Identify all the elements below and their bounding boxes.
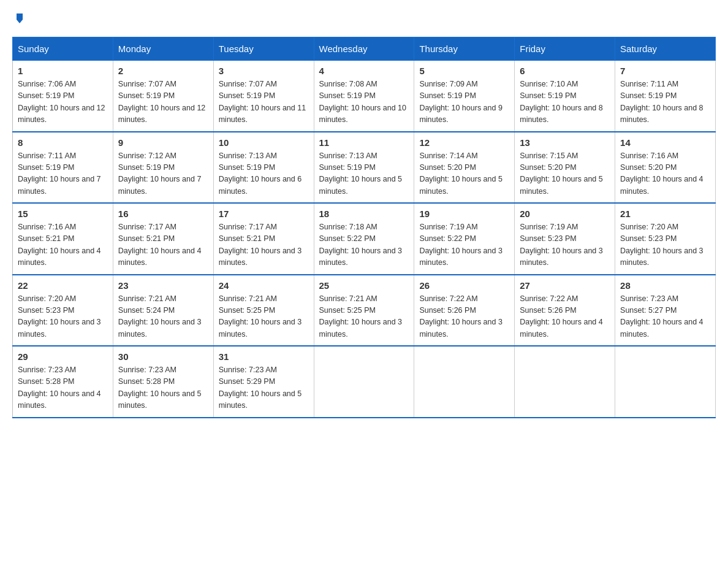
svg-marker-0 bbox=[17, 13, 23, 23]
day-info: Sunrise: 7:23 AMSunset: 5:28 PMDaylight:… bbox=[18, 366, 101, 410]
calendar-cell: 2 Sunrise: 7:07 AMSunset: 5:19 PMDayligh… bbox=[113, 61, 213, 132]
calendar-cell: 28 Sunrise: 7:23 AMSunset: 5:27 PMDaylig… bbox=[615, 275, 716, 347]
day-of-week-header: Sunday bbox=[13, 37, 113, 61]
day-info: Sunrise: 7:13 AMSunset: 5:19 PMDaylight:… bbox=[319, 151, 403, 196]
calendar-cell: 25 Sunrise: 7:21 AMSunset: 5:25 PMDaylig… bbox=[314, 275, 414, 347]
day-number: 17 bbox=[219, 209, 309, 219]
calendar-cell: 7 Sunrise: 7:11 AMSunset: 5:19 PMDayligh… bbox=[615, 61, 716, 132]
calendar-cell: 13 Sunrise: 7:15 AMSunset: 5:20 PMDaylig… bbox=[515, 132, 615, 204]
day-number: 4 bbox=[319, 66, 409, 76]
day-info: Sunrise: 7:20 AMSunset: 5:23 PMDaylight:… bbox=[620, 223, 703, 267]
calendar-cell bbox=[615, 346, 716, 418]
day-info: Sunrise: 7:10 AMSunset: 5:19 PMDaylight:… bbox=[520, 80, 603, 124]
calendar-cell: 4 Sunrise: 7:08 AMSunset: 5:19 PMDayligh… bbox=[314, 61, 414, 132]
day-number: 25 bbox=[319, 280, 409, 291]
day-info: Sunrise: 7:07 AMSunset: 5:19 PMDaylight:… bbox=[219, 80, 306, 124]
day-info: Sunrise: 7:17 AMSunset: 5:21 PMDaylight:… bbox=[118, 223, 202, 267]
day-number: 12 bbox=[419, 137, 509, 148]
day-number: 15 bbox=[18, 209, 108, 219]
logo bbox=[12, 12, 26, 27]
calendar-week-row: 29 Sunrise: 7:23 AMSunset: 5:28 PMDaylig… bbox=[13, 346, 716, 418]
day-of-week-header: Thursday bbox=[414, 37, 515, 61]
day-info: Sunrise: 7:19 AMSunset: 5:22 PMDaylight:… bbox=[419, 223, 502, 267]
day-number: 27 bbox=[520, 280, 610, 291]
day-info: Sunrise: 7:23 AMSunset: 5:29 PMDaylight:… bbox=[219, 366, 302, 410]
day-number: 23 bbox=[118, 280, 208, 291]
day-info: Sunrise: 7:21 AMSunset: 5:25 PMDaylight:… bbox=[319, 294, 403, 339]
day-number: 10 bbox=[219, 137, 309, 148]
calendar-cell: 29 Sunrise: 7:23 AMSunset: 5:28 PMDaylig… bbox=[13, 346, 113, 418]
calendar-cell: 16 Sunrise: 7:17 AMSunset: 5:21 PMDaylig… bbox=[113, 203, 213, 275]
calendar-week-row: 1 Sunrise: 7:06 AMSunset: 5:19 PMDayligh… bbox=[13, 61, 716, 132]
day-info: Sunrise: 7:20 AMSunset: 5:23 PMDaylight:… bbox=[18, 294, 101, 339]
day-info: Sunrise: 7:09 AMSunset: 5:19 PMDaylight:… bbox=[419, 80, 502, 124]
calendar-cell: 11 Sunrise: 7:13 AMSunset: 5:19 PMDaylig… bbox=[314, 132, 414, 204]
calendar-header-row: SundayMondayTuesdayWednesdayThursdayFrid… bbox=[13, 37, 716, 61]
day-of-week-header: Tuesday bbox=[213, 37, 314, 61]
calendar-table: SundayMondayTuesdayWednesdayThursdayFrid… bbox=[12, 37, 716, 418]
calendar-cell: 23 Sunrise: 7:21 AMSunset: 5:24 PMDaylig… bbox=[113, 275, 213, 347]
day-number: 16 bbox=[118, 209, 208, 219]
day-info: Sunrise: 7:22 AMSunset: 5:26 PMDaylight:… bbox=[419, 294, 502, 339]
day-number: 26 bbox=[419, 280, 509, 291]
calendar-cell: 14 Sunrise: 7:16 AMSunset: 5:20 PMDaylig… bbox=[615, 132, 716, 204]
day-number: 21 bbox=[620, 209, 710, 219]
calendar-cell: 24 Sunrise: 7:21 AMSunset: 5:25 PMDaylig… bbox=[213, 275, 314, 347]
day-info: Sunrise: 7:11 AMSunset: 5:19 PMDaylight:… bbox=[18, 151, 101, 196]
day-of-week-header: Saturday bbox=[615, 37, 716, 61]
calendar-cell: 12 Sunrise: 7:14 AMSunset: 5:20 PMDaylig… bbox=[414, 132, 515, 204]
calendar-cell: 9 Sunrise: 7:12 AMSunset: 5:19 PMDayligh… bbox=[113, 132, 213, 204]
day-info: Sunrise: 7:11 AMSunset: 5:19 PMDaylight:… bbox=[620, 80, 703, 124]
calendar-cell: 3 Sunrise: 7:07 AMSunset: 5:19 PMDayligh… bbox=[213, 61, 314, 132]
calendar-cell: 10 Sunrise: 7:13 AMSunset: 5:19 PMDaylig… bbox=[213, 132, 314, 204]
calendar-week-row: 22 Sunrise: 7:20 AMSunset: 5:23 PMDaylig… bbox=[13, 275, 716, 347]
day-info: Sunrise: 7:16 AMSunset: 5:20 PMDaylight:… bbox=[620, 151, 703, 196]
calendar-week-row: 8 Sunrise: 7:11 AMSunset: 5:19 PMDayligh… bbox=[13, 132, 716, 204]
day-info: Sunrise: 7:06 AMSunset: 5:19 PMDaylight:… bbox=[18, 80, 105, 124]
day-number: 18 bbox=[319, 209, 409, 219]
day-number: 3 bbox=[219, 66, 309, 76]
calendar-cell bbox=[515, 346, 615, 418]
day-info: Sunrise: 7:23 AMSunset: 5:28 PMDaylight:… bbox=[118, 366, 202, 410]
day-info: Sunrise: 7:23 AMSunset: 5:27 PMDaylight:… bbox=[620, 294, 703, 339]
day-number: 31 bbox=[219, 351, 309, 362]
calendar-cell: 17 Sunrise: 7:17 AMSunset: 5:21 PMDaylig… bbox=[213, 203, 314, 275]
day-number: 19 bbox=[419, 209, 509, 219]
calendar-cell: 1 Sunrise: 7:06 AMSunset: 5:19 PMDayligh… bbox=[13, 61, 113, 132]
day-of-week-header: Monday bbox=[113, 37, 213, 61]
calendar-cell: 18 Sunrise: 7:18 AMSunset: 5:22 PMDaylig… bbox=[314, 203, 414, 275]
day-number: 1 bbox=[18, 66, 108, 76]
calendar-cell: 15 Sunrise: 7:16 AMSunset: 5:21 PMDaylig… bbox=[13, 203, 113, 275]
day-info: Sunrise: 7:12 AMSunset: 5:19 PMDaylight:… bbox=[118, 151, 202, 196]
day-of-week-header: Wednesday bbox=[314, 37, 414, 61]
day-number: 14 bbox=[620, 137, 710, 148]
day-info: Sunrise: 7:16 AMSunset: 5:21 PMDaylight:… bbox=[18, 223, 101, 267]
calendar-cell bbox=[314, 346, 414, 418]
calendar-cell: 19 Sunrise: 7:19 AMSunset: 5:22 PMDaylig… bbox=[414, 203, 515, 275]
day-info: Sunrise: 7:21 AMSunset: 5:24 PMDaylight:… bbox=[118, 294, 202, 339]
day-number: 20 bbox=[520, 209, 610, 219]
calendar-cell: 20 Sunrise: 7:19 AMSunset: 5:23 PMDaylig… bbox=[515, 203, 615, 275]
day-number: 5 bbox=[419, 66, 509, 76]
day-number: 22 bbox=[18, 280, 108, 291]
calendar-cell: 21 Sunrise: 7:20 AMSunset: 5:23 PMDaylig… bbox=[615, 203, 716, 275]
day-number: 8 bbox=[18, 137, 108, 148]
day-number: 2 bbox=[118, 66, 208, 76]
calendar-cell: 30 Sunrise: 7:23 AMSunset: 5:28 PMDaylig… bbox=[113, 346, 213, 418]
day-info: Sunrise: 7:18 AMSunset: 5:22 PMDaylight:… bbox=[319, 223, 403, 267]
day-number: 30 bbox=[118, 351, 208, 362]
day-number: 29 bbox=[18, 351, 108, 362]
day-info: Sunrise: 7:07 AMSunset: 5:19 PMDaylight:… bbox=[118, 80, 205, 124]
day-info: Sunrise: 7:19 AMSunset: 5:23 PMDaylight:… bbox=[520, 223, 603, 267]
logo-arrow-icon bbox=[13, 12, 26, 27]
calendar-cell: 5 Sunrise: 7:09 AMSunset: 5:19 PMDayligh… bbox=[414, 61, 515, 132]
day-number: 9 bbox=[118, 137, 208, 148]
calendar-cell: 8 Sunrise: 7:11 AMSunset: 5:19 PMDayligh… bbox=[13, 132, 113, 204]
calendar-cell: 26 Sunrise: 7:22 AMSunset: 5:26 PMDaylig… bbox=[414, 275, 515, 347]
day-info: Sunrise: 7:15 AMSunset: 5:20 PMDaylight:… bbox=[520, 151, 603, 196]
calendar-cell: 22 Sunrise: 7:20 AMSunset: 5:23 PMDaylig… bbox=[13, 275, 113, 347]
day-info: Sunrise: 7:14 AMSunset: 5:20 PMDaylight:… bbox=[419, 151, 502, 196]
day-number: 24 bbox=[219, 280, 309, 291]
calendar-cell: 27 Sunrise: 7:22 AMSunset: 5:26 PMDaylig… bbox=[515, 275, 615, 347]
day-info: Sunrise: 7:21 AMSunset: 5:25 PMDaylight:… bbox=[219, 294, 302, 339]
